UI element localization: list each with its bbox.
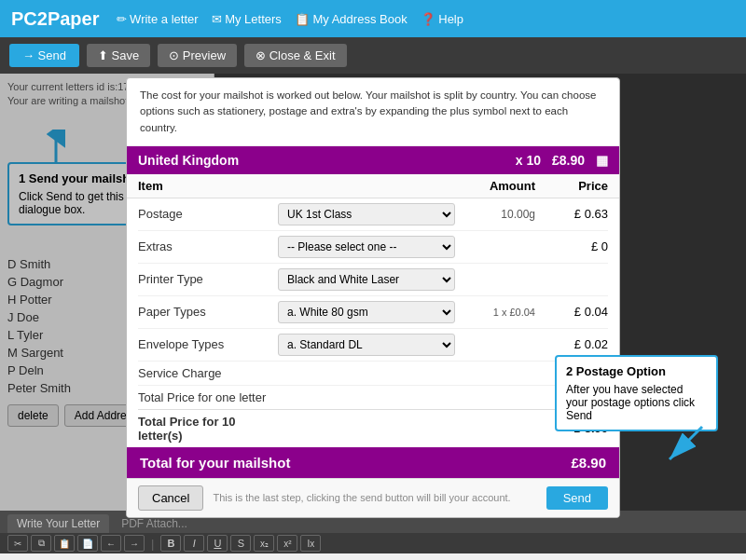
paper-amount: 1 x £0.04 [459,307,543,318]
paste-plain-button[interactable]: 📄 [77,535,98,552]
tooltip2-body: After you have selected your postage opt… [566,383,707,422]
modal-bottom-bar: Cancel This is the last step, clicking t… [127,478,619,517]
cancel-button[interactable]: Cancel [138,485,203,511]
tab-write-letter[interactable]: Write Your Letter [7,514,109,533]
italic-button[interactable]: I [184,535,204,552]
nav-write-letter[interactable]: ✏ Write a letter [117,12,199,26]
save-button[interactable]: ⬆ Save [87,44,150,67]
superscript-button[interactable]: x² [277,535,297,552]
tooltip2-title: 2 Postage Option [566,364,707,378]
country-total: £8.90 [552,153,585,168]
paper-row: Paper Types a. White 80 gsm b. Premium 1… [138,296,608,329]
cut-button[interactable]: ✂ [7,535,28,552]
strikethrough-button[interactable]: S [230,535,251,552]
toolbar: → Send ⬆ Save ⊙ Preview ⊗ Close & Exit [0,37,746,74]
pricing-table: Postage UK 1st Class UK 2nd Class 10.00g… [127,198,619,447]
brand-logo: PC2Paper [11,8,100,30]
paper-label: Paper Types [138,305,278,319]
country-name: United Kingdom [138,153,239,168]
preview-button[interactable]: ⊙ Preview [158,44,237,67]
country-header-right: x 10 £8.90 ▦ [516,153,608,168]
envelope-label: Envelope Types [138,337,278,351]
paper-price: £ 0.04 [543,305,608,319]
total-ten-label: Total Price for 10 letter(s) [138,415,278,443]
col-select [278,179,459,193]
undo-button[interactable]: ← [101,535,121,552]
extras-row: Extras -- Please select one -- £ 0 [138,231,608,264]
postage-price: £ 0.63 [543,207,608,221]
printer-row: Printer Type Black and White Laser Colou… [138,264,608,296]
underline-button[interactable]: U [207,535,228,552]
nav-help[interactable]: ❓ Help [421,12,463,26]
service-row: Service Charge £ 0.20 [138,362,608,386]
subscript-button[interactable]: x₂ [254,535,274,552]
postage-row: Postage UK 1st Class UK 2nd Class 10.00g… [138,198,608,231]
extras-price: £ 0 [543,239,608,253]
bold-button[interactable]: B [160,535,181,552]
disclaimer-text: This is the last step, clicking the send… [213,492,536,503]
top-nav: PC2Paper ✏ Write a letter ✉ My Letters 📋… [0,0,746,37]
postage-amount: 10.00g [459,208,543,221]
envelope-price: £ 0.02 [543,337,608,351]
paste-button[interactable]: 📋 [54,535,75,552]
redo-button[interactable]: → [124,535,145,552]
country-header: United Kingdom x 10 £8.90 ▦ [127,146,619,174]
extras-select[interactable]: -- Please select one -- [278,236,455,258]
table-header: Item Amount Price [127,174,619,198]
modal-info-text: The cost for your mailshot is worked out… [127,78,619,146]
footer-price: £8.90 [571,455,606,471]
col-item: Item [138,179,278,193]
envelope-row: Envelope Types a. Standard DL b. Windowe… [138,329,608,362]
count-label: x 10 [516,153,541,168]
printer-label: Printer Type [138,272,278,286]
tooltip-postage: 2 Postage Option After you have selected… [555,355,718,431]
nav-my-letters[interactable]: ✉ My Letters [212,12,282,26]
modal-footer: Total for your mailshot £8.90 [127,447,619,478]
copy-button[interactable]: ⧉ [31,535,51,552]
nav-address-book[interactable]: 📋 My Address Book [295,12,408,26]
country-icon: ▦ [596,153,608,168]
total-one-label: Total Price for one letter [138,390,278,404]
printer-select[interactable]: Black and White Laser Colour Laser [278,268,455,291]
service-label: Service Charge [138,366,278,380]
envelope-select[interactable]: a. Standard DL b. Windowed DL [278,334,455,356]
paper-select[interactable]: a. White 80 gsm b. Premium 100 gsm [278,301,455,323]
editor-toolbar-bar: ✂ ⧉ 📋 📄 ← → | B I U S x₂ x² Ix [0,533,746,553]
footer-label: Total for your mailshot [140,455,290,471]
clear-format-button[interactable]: Ix [300,535,321,552]
modal-overlay: The cost for your mailshot is worked out… [0,74,746,511]
col-amount: Amount [459,179,543,193]
total-one-row: Total Price for one letter £ 0.89 [138,386,608,410]
pricing-modal: The cost for your mailshot is worked out… [126,77,620,518]
modal-send-button[interactable]: Send [546,486,608,510]
close-button[interactable]: ⊗ Close & Exit [244,44,346,67]
arrow-graphic [665,422,711,471]
extras-label: Extras [138,239,278,253]
col-price: Price [543,179,608,193]
content-area: Your current letters id is:171037 Your a… [0,74,746,511]
postage-label: Postage [138,207,278,221]
svg-line-3 [670,427,702,459]
postage-select[interactable]: UK 1st Class UK 2nd Class [278,203,455,225]
total-ten-row: Total Price for 10 letter(s) £ 8.90 [138,410,608,447]
send-button[interactable]: → Send [9,44,79,67]
